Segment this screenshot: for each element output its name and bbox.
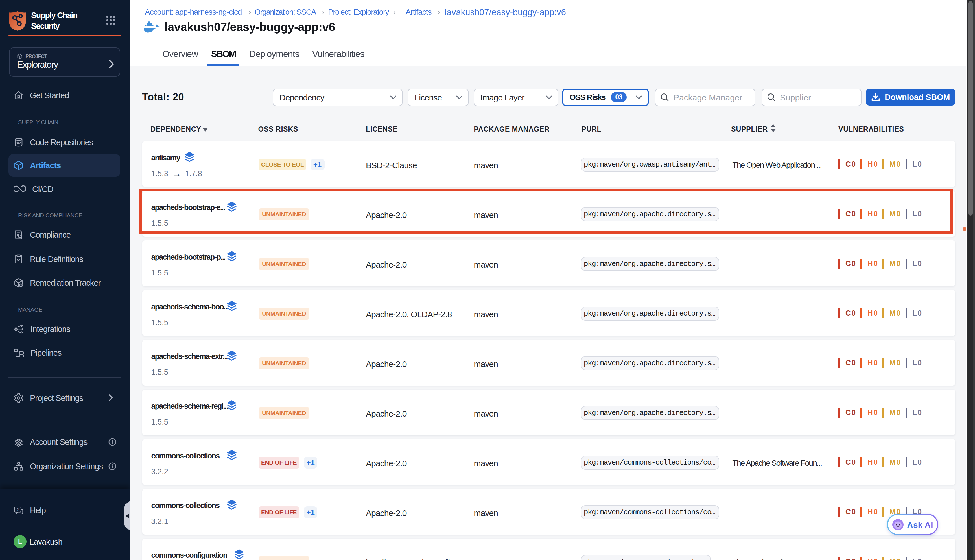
svg-text:?: ?: [17, 507, 19, 512]
